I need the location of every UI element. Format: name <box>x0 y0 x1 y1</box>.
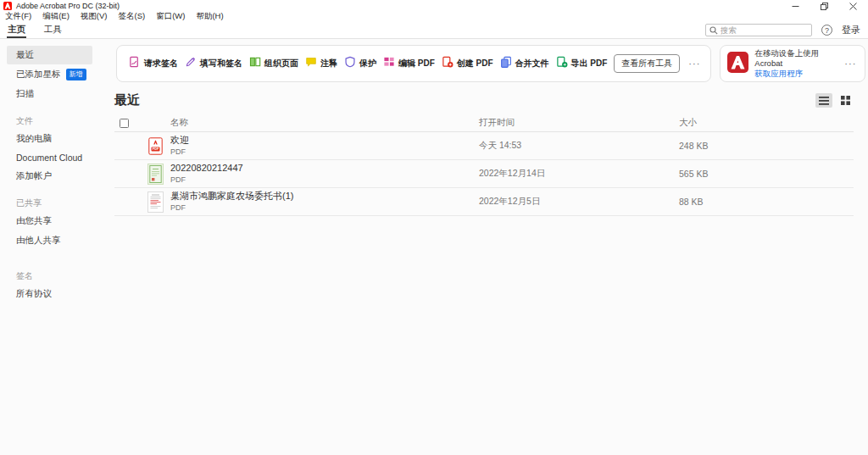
tabbar-right: ? 登录 <box>705 22 868 38</box>
mobile-promo-title: 在移动设备上使用 Acrobat <box>754 48 837 69</box>
file-name-cell: 20220820212447 PDF <box>170 163 479 185</box>
files-header: 最近 <box>114 92 854 108</box>
file-type: PDF <box>170 147 479 157</box>
sidebar-item-my-computer[interactable]: 我的电脑 <box>7 130 92 148</box>
search-box[interactable] <box>705 24 812 36</box>
edit-pdf-icon <box>383 56 395 71</box>
sidebar-header-files: 文件 <box>16 115 106 127</box>
file-name-cell: 巢湖市鸿鹏家庭农场委托书(1) PDF <box>170 191 479 213</box>
request-signature-icon <box>129 56 141 71</box>
files-table: 名称 打开时间 大小 PDF 欢迎 PDF 今天 14:53 248 KB <box>114 114 854 216</box>
sidebar-header-shared: 已共享 <box>16 197 106 209</box>
restore-button[interactable] <box>819 2 829 11</box>
tab-home[interactable]: 主页 <box>7 22 26 38</box>
mobile-promo-card: 在移动设备上使用 Acrobat 获取应用程序 ··· <box>720 45 865 82</box>
table-row[interactable]: 巢湖市鸿鹏家庭农场委托书(1) PDF 2022年12月5日 88 KB <box>114 188 854 216</box>
toolbar-row: 请求签名 填写和签名 组织页面 <box>116 45 865 82</box>
column-header-size[interactable]: 大小 <box>679 117 854 129</box>
view-all-tools-button[interactable]: 查看所有工具 <box>614 54 680 73</box>
new-badge: 新增 <box>66 69 86 80</box>
table-row[interactable]: PDF 欢迎 PDF 今天 14:53 248 KB <box>114 132 854 160</box>
fill-sign-icon <box>185 56 197 71</box>
acrobat-mobile-logo-icon <box>727 52 748 76</box>
search-icon <box>709 23 718 38</box>
sidebar-item-scans[interactable]: 扫描 <box>7 85 92 103</box>
menu-help[interactable]: 帮助(H) <box>196 11 223 22</box>
tool-fill-sign[interactable]: 填写和签名 <box>185 56 242 71</box>
minimize-button[interactable] <box>790 2 800 11</box>
sidebar-item-starred[interactable]: 已添加星标新增 <box>7 65 92 84</box>
file-opened: 2022年12月5日 <box>479 196 679 208</box>
column-header-opened[interactable]: 打开时间 <box>479 117 679 129</box>
table-row[interactable]: 20220820212447 PDF 2022年12月14日 565 KB <box>114 160 854 188</box>
file-type: PDF <box>170 175 479 185</box>
file-opened: 2022年12月14日 <box>479 168 679 180</box>
file-name: 欢迎 <box>170 135 479 146</box>
menu-edit[interactable]: 编辑(E) <box>42 11 70 22</box>
tool-edit-pdf[interactable]: 编辑 PDF <box>383 56 435 71</box>
tool-protect[interactable]: 保护 <box>344 56 376 71</box>
tools-card: 请求签名 填写和签名 组织页面 <box>116 45 711 82</box>
sidebar: 最近 已添加星标新增 扫描 文件 我的电脑 Document Cloud 添加帐… <box>0 39 106 455</box>
mobile-promo-text: 在移动设备上使用 Acrobat 获取应用程序 <box>754 48 837 79</box>
file-size: 88 KB <box>679 197 854 207</box>
file-opened: 今天 14:53 <box>479 140 679 152</box>
mobile-card-more-icon[interactable]: ··· <box>843 58 858 69</box>
get-app-link[interactable]: 获取应用程序 <box>754 69 837 79</box>
protect-shield-icon <box>344 56 356 71</box>
tool-export-pdf[interactable]: 导出 PDF <box>556 56 608 71</box>
view-toggles <box>815 93 854 108</box>
help-icon[interactable]: ? <box>821 25 832 36</box>
sign-in-button[interactable]: 登录 <box>842 24 860 36</box>
table-header-row: 名称 打开时间 大小 <box>114 114 854 132</box>
list-view-button[interactable] <box>815 93 832 108</box>
svg-text:PDF: PDF <box>152 147 159 151</box>
certificate-thumbnail <box>140 164 170 185</box>
title-bar: Adobe Acrobat Pro DC (32-bit) <box>0 0 868 11</box>
sidebar-item-shared-by-you[interactable]: 由您共享 <box>7 212 92 230</box>
document-thumbnail <box>140 191 170 213</box>
sidebar-item-all-agreements[interactable]: 所有协议 <box>7 285 92 303</box>
toolbar-more-icon[interactable]: ··· <box>687 58 702 69</box>
column-header-name[interactable]: 名称 <box>170 117 479 129</box>
tool-create-pdf[interactable]: 创建 PDF <box>442 56 493 71</box>
pdf-file-icon: PDF <box>140 137 170 155</box>
sidebar-item-add-account[interactable]: 添加帐户 <box>7 167 92 186</box>
comment-icon <box>305 56 317 71</box>
file-name: 巢湖市鸿鹏家庭农场委托书(1) <box>170 191 479 202</box>
file-size: 248 KB <box>679 141 854 151</box>
window-controls <box>790 2 858 11</box>
combine-files-icon <box>500 56 512 71</box>
window-title: Adobe Acrobat Pro DC (32-bit) <box>16 2 790 10</box>
file-name-cell: 欢迎 PDF <box>170 135 479 157</box>
grid-view-button[interactable] <box>837 93 854 108</box>
tool-combine-files[interactable]: 合并文件 <box>500 56 549 71</box>
menu-view[interactable]: 视图(V) <box>81 11 108 22</box>
tool-comment[interactable]: 注释 <box>305 56 337 71</box>
tool-organize-pages[interactable]: 组织页面 <box>249 56 298 71</box>
tab-bar: 主页 工具 ? 登录 <box>0 22 868 39</box>
organize-pages-icon <box>249 56 261 71</box>
main-panel: 请求签名 填写和签名 组织页面 <box>106 39 868 455</box>
menu-bar: 文件(F) 编辑(E) 视图(V) 签名(S) 窗口(W) 帮助(H) <box>0 11 868 22</box>
sidebar-item-recent[interactable]: 最近 <box>7 46 92 64</box>
sidebar-item-document-cloud[interactable]: Document Cloud <box>7 149 92 166</box>
search-input[interactable] <box>721 25 808 35</box>
menu-file[interactable]: 文件(F) <box>5 11 31 22</box>
close-button[interactable] <box>848 2 858 11</box>
tab-tools[interactable]: 工具 <box>43 22 63 38</box>
tool-request-signatures[interactable]: 请求签名 <box>129 56 178 71</box>
select-all-checkbox[interactable] <box>120 119 129 128</box>
export-pdf-icon <box>556 56 568 71</box>
files-section-title: 最近 <box>114 92 140 108</box>
recent-files-section: 最近 名称 打开时间 大小 <box>114 92 854 216</box>
create-pdf-icon <box>442 56 453 71</box>
file-size: 565 KB <box>679 169 854 179</box>
sidebar-header-sign: 签名 <box>16 270 106 282</box>
content: 最近 已添加星标新增 扫描 文件 我的电脑 Document Cloud 添加帐… <box>0 39 868 455</box>
file-type: PDF <box>170 203 479 213</box>
sidebar-item-shared-by-others[interactable]: 由他人共享 <box>7 231 92 250</box>
menu-sign[interactable]: 签名(S) <box>118 11 145 22</box>
menu-window[interactable]: 窗口(W) <box>156 11 185 22</box>
file-name: 20220820212447 <box>170 163 479 174</box>
